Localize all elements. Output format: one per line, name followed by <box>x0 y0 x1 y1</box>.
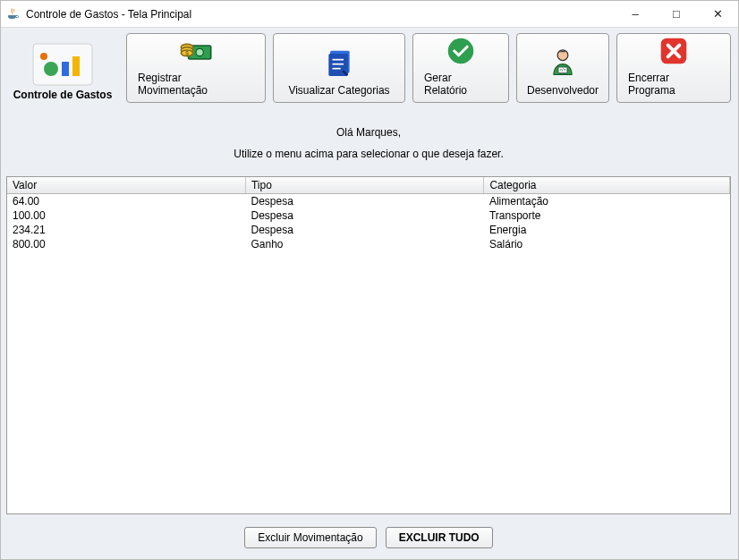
column-header-categoria[interactable]: Categoria <box>484 177 730 194</box>
svg-point-16 <box>448 38 474 64</box>
cell-categoria: Salário <box>484 237 730 251</box>
view-categories-button[interactable]: Visualizar Categorias <box>273 33 405 103</box>
delete-movement-button[interactable]: Excluir Movimentação <box>244 527 376 548</box>
cell-valor: 64.00 <box>7 194 245 208</box>
register-movement-button[interactable]: $ Registrar Movimentação <box>126 33 266 103</box>
cell-tipo: Despesa <box>245 194 483 208</box>
money-stack-icon: $ <box>178 32 214 68</box>
svg-point-6 <box>196 48 203 55</box>
greeting-text: Olá Marques, <box>6 126 731 139</box>
bottom-action-bar: Excluir Movimentação EXCLUIR TUDO <box>6 527 731 548</box>
svg-rect-3 <box>72 56 80 76</box>
developer-label: Desenvolvedor <box>527 84 599 97</box>
cell-tipo: Ganho <box>245 237 483 251</box>
svg-rect-2 <box>62 62 69 76</box>
view-categories-label: Visualizar Categorias <box>288 84 389 97</box>
java-cup-icon <box>6 7 21 21</box>
titlebar: Controle de Gastos - Tela Principal – □ … <box>1 1 738 28</box>
cell-valor: 800.00 <box>7 237 245 251</box>
table-empty-area <box>7 251 730 514</box>
register-movement-label: Registrar Movimentação <box>138 72 254 97</box>
list-document-icon <box>321 45 357 81</box>
generate-report-label: Gerar Relatório <box>424 72 497 97</box>
movements-table[interactable]: Valor Tipo Categoria 64.00DespesaAliment… <box>7 177 730 251</box>
instruction-text: Utilize o menu acima para selecionar o q… <box>6 148 731 160</box>
column-header-tipo[interactable]: Tipo <box>245 177 483 194</box>
svg-point-4 <box>40 53 47 60</box>
delete-all-button[interactable]: EXCLUIR TUDO <box>386 527 493 548</box>
cell-valor: 234.21 <box>7 223 245 237</box>
close-x-icon <box>656 34 692 68</box>
developer-button[interactable]: </> Desenvolvedor <box>516 33 609 103</box>
check-circle-icon <box>443 34 479 68</box>
maximize-button[interactable]: □ <box>656 1 697 28</box>
window-title: Controle de Gastos - Tela Principal <box>26 8 615 21</box>
generate-report-button[interactable]: Gerar Relatório <box>412 33 509 103</box>
svg-point-1 <box>44 62 58 76</box>
cell-tipo: Despesa <box>245 223 483 237</box>
minimize-button[interactable]: – <box>615 1 656 28</box>
cell-tipo: Despesa <box>245 208 483 223</box>
table-row[interactable]: 800.00GanhoSalário <box>7 237 730 251</box>
svg-text:$: $ <box>185 50 189 57</box>
exit-program-label: Encerrar Programa <box>628 72 719 97</box>
table-row[interactable]: 100.00DespesaTransporte <box>7 208 730 223</box>
exit-program-button[interactable]: Encerrar Programa <box>616 33 731 103</box>
app-logo-icon <box>31 42 94 87</box>
cell-valor: 100.00 <box>7 208 245 223</box>
toolbar: Controle de Gastos $ Registrar Movimenta… <box>6 33 731 103</box>
developer-person-icon: </> <box>545 45 581 81</box>
main-panel: Controle de Gastos $ Registrar Movimenta… <box>1 28 738 560</box>
svg-text:</>: </> <box>559 67 565 72</box>
logo-caption: Controle de Gastos <box>13 89 113 101</box>
movements-table-container: Valor Tipo Categoria 64.00DespesaAliment… <box>6 176 731 514</box>
column-header-valor[interactable]: Valor <box>7 177 245 194</box>
window-controls: – □ ✕ <box>615 1 738 28</box>
table-row[interactable]: 64.00DespesaAlimentação <box>7 194 730 208</box>
cell-categoria: Energia <box>484 223 730 237</box>
close-button[interactable]: ✕ <box>697 1 738 28</box>
cell-categoria: Alimentação <box>484 194 730 208</box>
cell-categoria: Transporte <box>484 208 730 223</box>
table-row[interactable]: 234.21DespesaEnergia <box>7 223 730 237</box>
logo-block: Controle de Gastos <box>6 33 119 103</box>
